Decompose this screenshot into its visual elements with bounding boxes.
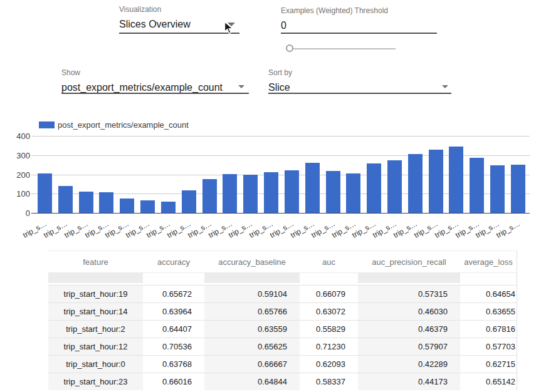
y-tick-label: 100	[5, 189, 30, 199]
metric-cell: 0.66079	[300, 285, 358, 302]
filter-row	[48, 273, 517, 285]
bar[interactable]	[38, 173, 52, 213]
chevron-down-icon[interactable]	[238, 85, 244, 88]
bar[interactable]	[264, 172, 278, 213]
metric-cell: 0.67816	[460, 320, 517, 338]
bar[interactable]	[140, 200, 155, 213]
metric-cell: 0.64654	[460, 285, 517, 302]
legend-swatch	[39, 121, 55, 128]
bar[interactable]	[408, 154, 423, 213]
filter-cell	[300, 273, 358, 285]
column-header-auc[interactable]: auc	[300, 251, 358, 273]
mouse-cursor-icon	[224, 21, 234, 38]
bar[interactable]	[429, 150, 443, 213]
column-header-feature[interactable]: feature	[48, 251, 143, 273]
metric-cell: 0.55829	[300, 320, 358, 338]
show-underline	[61, 93, 249, 94]
column-header-average_loss[interactable]: average_loss	[460, 251, 517, 273]
table-row[interactable]: trip_start_hour:140.639640.657660.630720…	[48, 302, 517, 320]
bar[interactable]	[99, 192, 113, 213]
table-row[interactable]: trip_start_hour:120.705360.656250.712300…	[48, 338, 517, 355]
threshold-value[interactable]: 0	[281, 19, 437, 32]
column-header-accuracy_baseline[interactable]: accuracy_baseline	[204, 251, 300, 273]
bar[interactable]	[223, 174, 237, 213]
bar[interactable]	[243, 175, 258, 213]
metric-cell: 0.65672	[143, 285, 204, 302]
bar[interactable]	[346, 173, 360, 213]
metric-cell: 0.44173	[358, 373, 460, 390]
bar[interactable]	[326, 171, 340, 213]
bar[interactable]	[387, 160, 402, 213]
metric-cell: 0.46030	[358, 302, 460, 320]
metric-cell: 0.58337	[300, 373, 358, 390]
show-value[interactable]: post_export_metrics/example_count	[61, 81, 249, 94]
metric-cell: 0.63072	[300, 302, 358, 320]
metric-cell: 0.62093	[300, 355, 358, 373]
visualization-label: Visualization	[119, 5, 239, 14]
threshold-slider-track[interactable]	[286, 48, 396, 49]
metric-cell: 0.46379	[358, 320, 460, 338]
bar[interactable]	[449, 147, 463, 213]
feature-cell: trip_start_hour:2	[48, 320, 143, 338]
threshold-input[interactable]: Examples (Weighted) Threshold 0	[281, 6, 437, 32]
metric-cell: 0.62715	[460, 355, 517, 373]
filter-cell	[204, 273, 300, 285]
metric-cell: 0.66667	[204, 355, 300, 373]
show-dropdown[interactable]: Show post_export_metrics/example_count	[61, 68, 249, 94]
chevron-down-icon[interactable]	[442, 85, 448, 88]
table-row[interactable]: trip_start_hour:20.644070.635590.558290.…	[48, 320, 517, 338]
legend-label: post_export_metrics/example_count	[58, 120, 189, 130]
bar[interactable]	[490, 165, 505, 213]
sortby-dropdown[interactable]: Sort by Slice	[268, 68, 451, 94]
metric-cell: 0.63768	[143, 355, 204, 373]
column-header-accuracy[interactable]: accuracy	[143, 251, 204, 273]
bar[interactable]	[161, 202, 176, 213]
show-label: Show	[61, 68, 249, 77]
visualization-dropdown[interactable]: Visualization Slices Overview	[119, 5, 239, 31]
metric-cell: 0.63559	[204, 320, 300, 338]
bar[interactable]	[285, 170, 299, 213]
column-header-auc_precision_recall[interactable]: auc_precision_recall	[358, 251, 460, 273]
y-tick-label: 200	[5, 170, 30, 180]
bar[interactable]	[120, 199, 134, 213]
bar[interactable]	[305, 163, 320, 213]
bar[interactable]	[367, 163, 381, 213]
metric-cell: 0.70536	[143, 338, 204, 355]
metrics-table-container: featureaccuracyaccuracy_baselineaucauc_p…	[48, 250, 517, 390]
metric-cell: 0.57703	[460, 338, 517, 355]
x-tick-label: trip_s…	[495, 219, 522, 240]
visualization-value[interactable]: Slices Overview	[119, 18, 239, 31]
threshold-underline	[281, 33, 437, 34]
bar[interactable]	[182, 190, 196, 213]
bars	[34, 136, 528, 213]
metric-cell: 0.57315	[358, 285, 460, 302]
bar[interactable]	[470, 158, 484, 213]
y-tick-label: 400	[5, 132, 30, 141]
metric-cell: 0.71230	[300, 338, 358, 355]
table-row[interactable]: trip_start_hour:190.656720.591040.660790…	[48, 285, 517, 302]
slices-overview-screen: { "controls": { "visualization": {"label…	[0, 0, 541, 392]
filter-cell	[48, 273, 143, 285]
metric-cell: 0.57907	[358, 338, 460, 355]
feature-cell: trip_start_hour:0	[48, 355, 143, 373]
sortby-value[interactable]: Slice	[268, 81, 451, 94]
table-header-row: featureaccuracyaccuracy_baselineaucauc_p…	[48, 251, 517, 273]
bar[interactable]	[79, 192, 93, 213]
filter-cell	[460, 273, 517, 285]
filter-cell	[358, 273, 460, 285]
metric-cell: 0.42289	[358, 355, 460, 373]
bar[interactable]	[58, 186, 73, 213]
sortby-underline	[268, 93, 451, 94]
table-row[interactable]: trip_start_hour:230.660160.648440.583370…	[48, 373, 517, 390]
table-row[interactable]: trip_start_hour:00.637680.666670.620930.…	[48, 355, 517, 373]
metric-cell: 0.63655	[460, 302, 517, 320]
metric-cell: 0.64407	[143, 320, 204, 338]
threshold-slider-knob[interactable]	[286, 44, 293, 52]
x-axis-line	[31, 213, 530, 214]
bar[interactable]	[202, 179, 217, 213]
metric-cell: 0.65766	[204, 302, 300, 320]
visualization-underline	[119, 33, 239, 34]
metric-cell: 0.66016	[143, 373, 204, 390]
y-tick-label: 0	[5, 209, 30, 218]
bar[interactable]	[511, 165, 525, 213]
